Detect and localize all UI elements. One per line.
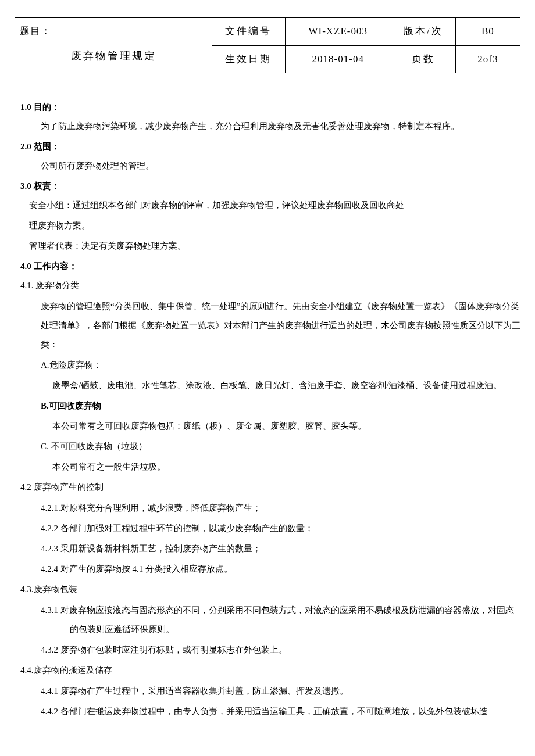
section-41-body: 废弃物的管理遵照“分类回收、集中保管、统一处理”的原则进行。先由安全小组建立《废… (15, 297, 520, 354)
section-41-c-label: C. 不可回收废弃物（垃圾） (15, 437, 520, 456)
section-41-heading: 4.1. 废弃物分类 (15, 276, 520, 295)
section-42-item3: 4.2.3 采用新设备新材料新工艺，控制废弃物产生的数量； (15, 539, 520, 558)
version-value: B0 (455, 18, 520, 46)
section-3-heading: 3.0 权责： (15, 178, 520, 194)
section-42-item1: 4.2.1.对原料充分合理利用，减少浪费，降低废弃物产生； (15, 499, 520, 518)
section-42-item2: 4.2.2 各部门加强对工程过程中环节的控制，以减少废弃物产生的数量； (15, 519, 520, 538)
doc-no-value: WI-XZE-003 (285, 18, 391, 46)
section-42-heading: 4.2 废弃物产生的控制 (15, 478, 520, 497)
section-44-item1: 4.4.1 废弃物在产生过程中，采用适当容器收集并封盖，防止渗漏、挥发及遗撒。 (15, 682, 520, 701)
section-3-line3: 管理者代表：决定有关废弃物处理方案。 (15, 237, 520, 256)
effective-date-value: 2018-01-04 (285, 45, 391, 73)
section-44-heading: 4.4.废弃物的搬运及储存 (15, 661, 520, 680)
section-41-a-label: A.危险废弃物： (15, 356, 520, 375)
section-3-line1: 安全小组：通过组织本各部门对废弃物的评审，加强废弃物管理，评议处理废弃物回收及回… (15, 196, 520, 215)
version-label: 版本/次 (391, 18, 455, 46)
document-header-table: 题目： 废弃物管理规定 文件编号 WI-XZE-003 版本/次 B0 生效日期… (15, 17, 520, 73)
section-41-a-body: 废墨盒/硒鼓、废电池、水性笔芯、涂改液、白板笔、废日光灯、含油废手套、废空容剂/… (15, 376, 520, 395)
section-43-item2: 4.3.2 废弃物在包装时应注明有标贴，或有明显标志在外包装上。 (15, 640, 520, 660)
section-2-heading: 2.0 范围： (15, 139, 520, 155)
section-41-b-label: B.可回收废弃物 (15, 396, 520, 415)
effective-date-label: 生效日期 (212, 45, 285, 73)
section-2-body: 公司所有废弃物处理的管理。 (15, 156, 520, 175)
section-44-item2: 4.4.2 各部门在搬运废弃物过程中，由专人负责，并采用适当运输工具，正确放置，… (15, 702, 520, 721)
page-value: 2of3 (455, 45, 520, 73)
section-43-item1: 4.3.1 对废弃物应按液态与固态形态的不同，分别采用不同包装方式，对液态的应采… (15, 601, 520, 639)
doc-no-label: 文件编号 (212, 18, 285, 46)
section-42-item4: 4.2.4 对产生的废弃物按 4.1 分类投入相应存放点。 (15, 560, 520, 579)
section-4-heading: 4.0 工作内容： (15, 259, 520, 274)
section-41-c-body: 本公司常有之一般生活垃圾。 (15, 457, 520, 476)
section-43-heading: 4.3.废弃物包装 (15, 580, 520, 599)
document-subtitle: 废弃物管理规定 (20, 41, 208, 65)
page-label: 页数 (391, 45, 455, 73)
section-3-line2: 理废弃物方案。 (15, 216, 520, 235)
title-label: 题目： (20, 23, 208, 41)
section-1-body: 为了防止废弃物污染环境，减少废弃物产生，充分合理利用废弃物及无害化妥善处理废弃物… (15, 117, 520, 136)
section-41-b-body: 本公司常有之可回收废弃物包括：废纸（板）、废金属、废塑胶、胶管、胶头等。 (15, 417, 520, 436)
section-1-heading: 1.0 目的： (15, 99, 520, 115)
